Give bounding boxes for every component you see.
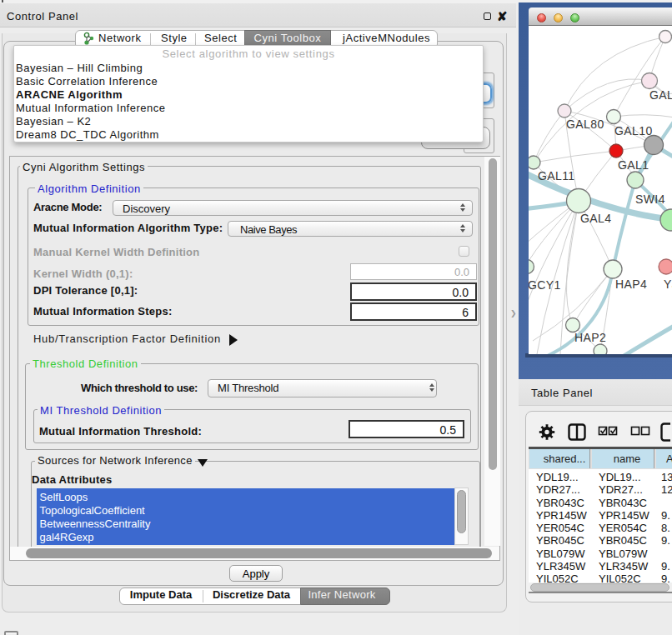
svg-text:GAL80: GAL80 <box>566 118 604 131</box>
svg-text:SWI4: SWI4 <box>635 192 665 206</box>
svg-text:HAP4: HAP4 <box>615 278 647 291</box>
svg-text:GAL4: GAL4 <box>580 212 611 225</box>
svg-text:YJ: YJ <box>664 278 672 291</box>
svg-text:GAL11: GAL11 <box>538 169 575 182</box>
svg-text:HAP2: HAP2 <box>574 331 606 344</box>
svg-text:GAL2: GAL2 <box>649 88 672 102</box>
svg-text:GAL10: GAL10 <box>614 124 653 138</box>
svg-text:GCY1: GCY1 <box>529 278 561 292</box>
svg-text:GAL1: GAL1 <box>618 158 649 172</box>
